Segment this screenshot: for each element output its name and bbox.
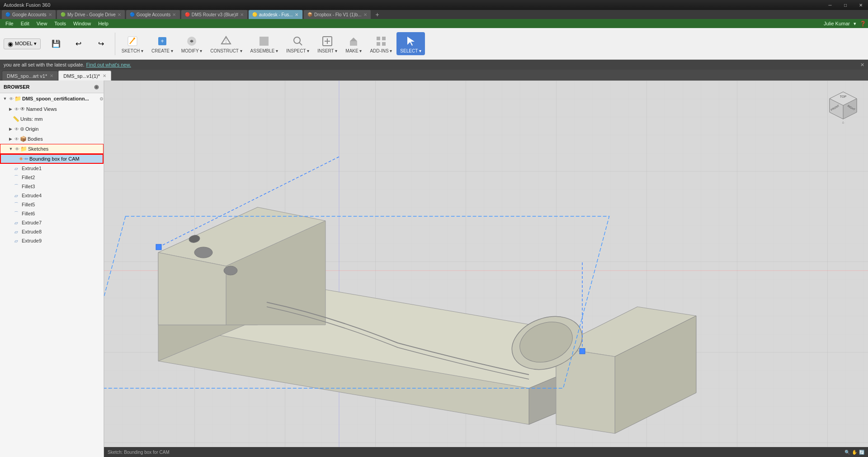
- browser-tree: ▼ 👁 📁 DMS_spoon_certificationn... ⚙ ▶ 👁 …: [0, 93, 104, 457]
- tree-named-views[interactable]: ▶ 👁 👁 Named Views: [0, 104, 104, 114]
- main-layout: BROWSER ◉ ▼ 👁 📁 DMS_spoon_certificationn…: [0, 81, 868, 457]
- select-button[interactable]: SELECT ▾: [396, 32, 425, 55]
- close-button[interactable]: ✕: [854, 0, 868, 10]
- svg-point-36: [224, 266, 237, 275]
- model-selector[interactable]: ◉ MODEL ▾: [4, 38, 41, 49]
- app-tab-2-close[interactable]: ✕: [103, 73, 106, 78]
- tree-sketches[interactable]: ▼ 👁 📁 Sketches: [0, 144, 104, 154]
- menu-tools[interactable]: Tools: [51, 21, 70, 26]
- named-views-visibility[interactable]: 👁: [14, 107, 19, 112]
- fillet6-icon: ⌒: [13, 210, 20, 217]
- history-fillet3[interactable]: ⌒ Fillet3: [0, 182, 104, 191]
- history-extrude9[interactable]: ▱ Extrude9: [0, 236, 104, 245]
- origin-visibility[interactable]: 👁: [14, 127, 19, 132]
- make-button[interactable]: MAKE ▾: [342, 32, 365, 55]
- maximize-button[interactable]: □: [838, 0, 853, 10]
- bounding-box-visibility[interactable]: 👁: [19, 157, 24, 162]
- sketch-button[interactable]: SKETCH ▾: [118, 32, 147, 55]
- history-fillet2[interactable]: ⌒ Fillet2: [0, 173, 104, 182]
- tree-root[interactable]: ▼ 👁 📁 DMS_spoon_certificationn... ⚙: [0, 93, 104, 104]
- addins-icon: [374, 34, 388, 48]
- history-extrude7[interactable]: ▱ Extrude7: [0, 218, 104, 227]
- app-tab-1-close[interactable]: ✕: [50, 73, 53, 78]
- modify-button[interactable]: MODIFY ▾: [178, 32, 206, 55]
- extrude9-icon: ▱: [13, 237, 20, 244]
- sketch-icon: [125, 34, 140, 48]
- app-tab-2[interactable]: DMS_sp...v1(1)* ✕: [58, 71, 111, 81]
- redo-icon: ↪: [94, 37, 108, 51]
- browser-collapse-btn[interactable]: ◉: [93, 83, 100, 90]
- app-tab-1[interactable]: DMS_spo...art v1* ✕: [2, 71, 58, 81]
- menu-window[interactable]: Window: [70, 21, 94, 26]
- inspect-icon: [291, 34, 305, 48]
- notification-close[interactable]: ✕: [860, 62, 864, 68]
- os-tab-2[interactable]: 🟢 My Drive - Google Drive ✕: [57, 10, 125, 19]
- extrude9-label: Extrude9: [22, 238, 42, 243]
- menu-bar: File Edit View Tools Window Help Julie K…: [0, 19, 868, 28]
- named-views-expand: ▶: [7, 106, 14, 112]
- tree-bodies[interactable]: ▶ 👁 📦 Bodies: [0, 134, 104, 144]
- save-button[interactable]: 💾: [45, 35, 67, 53]
- os-tab-3[interactable]: 🔵 Google Accounts ✕: [126, 10, 180, 19]
- insert-icon: [320, 34, 335, 48]
- undo-button[interactable]: ↩: [68, 35, 90, 53]
- minimize-button[interactable]: ─: [823, 0, 837, 10]
- tree-origin[interactable]: ▶ 👁 ⊕ Origin: [0, 124, 104, 134]
- viewport[interactable]: TOP RIGHT FRONT ⌂ Sketch: Bounding box f…: [104, 81, 868, 457]
- inspect-button[interactable]: INSPECT ▾: [283, 32, 313, 55]
- view-cube[interactable]: TOP RIGHT FRONT ⌂: [823, 85, 863, 126]
- root-settings-icon[interactable]: ⚙: [99, 96, 104, 101]
- root-visibility-icon[interactable]: 👁: [9, 96, 14, 101]
- save-icon: 💾: [49, 37, 63, 51]
- addins-button[interactable]: ADD-INS ▾: [366, 32, 396, 55]
- user-icon[interactable]: ▾: [854, 21, 856, 27]
- sketches-icon: 📁: [20, 146, 27, 152]
- viewport-status-bar: Sketch: Bounding box for CAM 🔍 ✋ 🔄: [104, 447, 868, 457]
- sketches-visibility[interactable]: 👁: [15, 147, 19, 152]
- os-tab-6[interactable]: 📦 Dropbox - Flo V1 (1)b... ✕: [304, 10, 371, 19]
- viewport-zoom-icon[interactable]: 🔍: [844, 450, 850, 455]
- fillet6-label: Fillet6: [22, 211, 35, 216]
- inspect-label: INSPECT ▾: [286, 48, 309, 53]
- svg-marker-21: [407, 37, 415, 46]
- svg-point-35: [194, 247, 212, 258]
- history-fillet5[interactable]: ⌒ Fillet5: [0, 200, 104, 209]
- os-tab-5[interactable]: 🟡 autodesk - Fus... ✕: [249, 10, 303, 19]
- viewport-pan-icon[interactable]: ✋: [852, 450, 857, 455]
- user-name[interactable]: Julie Kumar: [824, 21, 850, 26]
- bodies-visibility[interactable]: 👁: [14, 137, 19, 142]
- extrude1-label: Extrude1: [22, 166, 42, 171]
- fillet5-label: Fillet5: [22, 202, 35, 207]
- extrude4-icon: ▱: [13, 192, 20, 199]
- menu-help[interactable]: Help: [94, 21, 112, 26]
- viewport-orbit-icon[interactable]: 🔄: [859, 450, 864, 455]
- create-label: CREATE ▾: [151, 48, 173, 53]
- construct-button[interactable]: CONSTRUCT ▾: [207, 32, 245, 55]
- new-tab-button[interactable]: +: [372, 10, 383, 19]
- notification-link[interactable]: Find out what's new.: [86, 62, 131, 67]
- menu-view[interactable]: View: [33, 21, 51, 26]
- history-extrude1[interactable]: ▱ Extrude1: [0, 164, 104, 173]
- tree-units[interactable]: 📏 Units: mm: [0, 114, 104, 124]
- history-extrude8[interactable]: ▱ Extrude8: [0, 227, 104, 236]
- svg-rect-10: [264, 41, 269, 46]
- menu-edit[interactable]: Edit: [17, 21, 33, 26]
- extrude7-icon: ▱: [13, 219, 20, 226]
- insert-button[interactable]: INSERT ▾: [314, 32, 341, 55]
- units-icon: 📏: [13, 116, 19, 122]
- redo-button[interactable]: ↪: [90, 35, 112, 53]
- create-icon: +: [155, 34, 170, 48]
- help-icon[interactable]: ❓: [860, 21, 866, 27]
- assemble-button[interactable]: ASSEMBLE ▾: [247, 32, 282, 55]
- tree-bounding-box[interactable]: 👁 ✏ Bounding box for CAM: [0, 154, 104, 164]
- bounding-box-sketch-icon: ✏: [24, 156, 28, 162]
- history-extrude4[interactable]: ▱ Extrude4: [0, 191, 104, 200]
- history-fillet6[interactable]: ⌒ Fillet6: [0, 209, 104, 218]
- os-tab-4[interactable]: 🔴 DMS Router v3 (Blue)# ✕: [181, 10, 248, 19]
- create-button[interactable]: + CREATE ▾: [148, 32, 177, 55]
- origin-label: Origin: [25, 126, 38, 132]
- menu-file[interactable]: File: [2, 21, 17, 26]
- app-tabs: DMS_spo...art v1* ✕ DMS_sp...v1(1)* ✕: [0, 70, 868, 81]
- sketch-label: SKETCH ▾: [122, 48, 143, 53]
- os-tab-1[interactable]: 🔵 Google Accounts ✕: [2, 10, 56, 19]
